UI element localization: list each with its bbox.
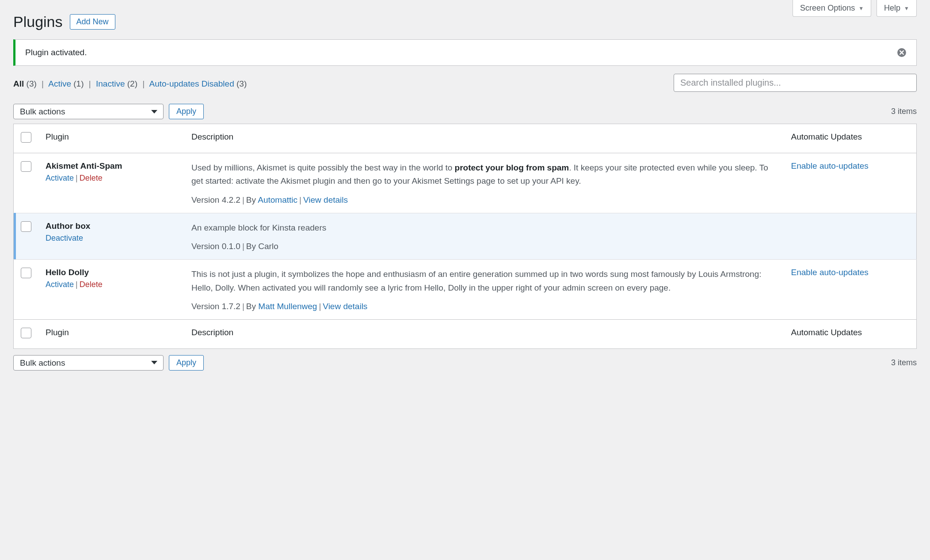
- help-label: Help: [884, 4, 900, 13]
- items-count: 3 items: [891, 107, 917, 116]
- bulk-actions-select-bottom[interactable]: Bulk actions: [13, 355, 164, 371]
- view-details-link[interactable]: View details: [323, 302, 367, 311]
- items-count-bottom: 3 items: [891, 358, 917, 367]
- row-checkbox[interactable]: [21, 268, 31, 278]
- delete-link[interactable]: Delete: [80, 174, 103, 182]
- column-auto-updates: Automatic Updates: [784, 124, 917, 153]
- column-auto-updates-footer: Automatic Updates: [784, 319, 917, 348]
- activate-link[interactable]: Activate: [46, 280, 74, 289]
- table-row: Hello DollyActivate|DeleteThis is not ju…: [14, 260, 917, 320]
- column-plugin-footer[interactable]: Plugin: [38, 319, 184, 348]
- view-details-link[interactable]: View details: [303, 195, 348, 204]
- author-link[interactable]: Matt Mullenweg: [258, 302, 317, 311]
- column-description: Description: [184, 124, 784, 153]
- bulk-actions-select[interactable]: Bulk actions: [13, 104, 164, 119]
- plugin-description: Used by millions, Akismet is quite possi…: [191, 161, 777, 188]
- column-plugin[interactable]: Plugin: [38, 124, 184, 153]
- notice-message: Plugin activated.: [25, 48, 87, 57]
- column-description-footer: Description: [184, 319, 784, 348]
- row-actions: Activate|Delete: [46, 174, 177, 183]
- select-all-checkbox-bottom[interactable]: [21, 328, 31, 338]
- close-icon: [897, 48, 907, 57]
- plugin-meta: Version 4.2.2|By Automattic|View details: [191, 195, 777, 205]
- filter-autoupdates-disabled[interactable]: Auto-updates Disabled (3): [149, 79, 247, 88]
- plugin-description: This is not just a plugin, it symbolizes…: [191, 268, 777, 295]
- screen-options-button[interactable]: Screen Options ▼: [793, 0, 871, 17]
- row-checkbox[interactable]: [21, 221, 31, 232]
- plugins-table: Plugin Description Automatic Updates Aki…: [13, 124, 917, 349]
- plugin-name: Hello Dolly: [46, 268, 177, 277]
- dismiss-notice-button[interactable]: [897, 48, 907, 57]
- bulk-actions-select-wrapper: Bulk actions: [13, 104, 164, 119]
- activate-link[interactable]: Activate: [46, 174, 74, 182]
- plugin-meta: Version 0.1.0|By Carlo: [191, 242, 777, 251]
- select-all-checkbox[interactable]: [21, 132, 31, 143]
- table-row: Akismet Anti-SpamActivate|DeleteUsed by …: [14, 153, 917, 213]
- add-new-button[interactable]: Add New: [70, 14, 115, 30]
- delete-link[interactable]: Delete: [80, 280, 103, 289]
- enable-auto-updates-link[interactable]: Enable auto-updates: [791, 268, 869, 277]
- plugin-name: Author box: [46, 221, 177, 231]
- screen-options-label: Screen Options: [800, 4, 855, 13]
- apply-button-bottom[interactable]: Apply: [169, 355, 204, 371]
- filter-inactive[interactable]: Inactive (2): [96, 79, 140, 88]
- author-link[interactable]: Automattic: [258, 195, 297, 204]
- row-actions: Activate|Delete: [46, 280, 177, 289]
- search-input[interactable]: [674, 74, 917, 92]
- row-checkbox[interactable]: [21, 161, 31, 172]
- apply-button[interactable]: Apply: [169, 104, 204, 119]
- page-title: Plugins: [13, 13, 63, 30]
- plugin-meta: Version 1.7.2|By Matt Mullenweg|View det…: [191, 302, 777, 311]
- plugin-name: Akismet Anti-Spam: [46, 161, 177, 171]
- deactivate-link[interactable]: Deactivate: [46, 234, 83, 242]
- help-button[interactable]: Help ▼: [877, 0, 917, 17]
- plugin-description: An example block for Kinsta readers: [191, 221, 777, 235]
- enable-auto-updates-link[interactable]: Enable auto-updates: [791, 161, 869, 170]
- filter-all[interactable]: All (3): [13, 79, 39, 88]
- notice-success: Plugin activated.: [13, 39, 917, 66]
- row-actions: Deactivate: [46, 234, 177, 243]
- filter-active[interactable]: Active (1): [48, 79, 86, 88]
- bulk-actions-select-wrapper-bottom: Bulk actions: [13, 355, 164, 371]
- caret-down-icon: ▼: [858, 5, 864, 11]
- caret-down-icon: ▼: [904, 5, 909, 11]
- table-row: Author boxDeactivateAn example block for…: [14, 213, 917, 259]
